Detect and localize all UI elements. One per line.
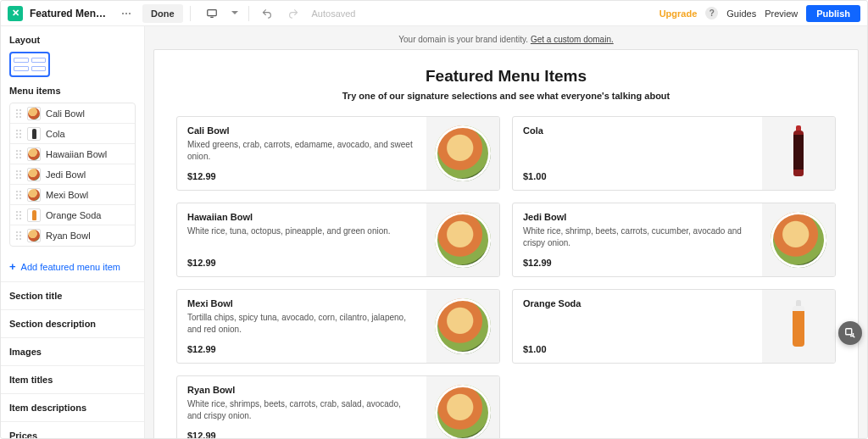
sidebar-menu-item[interactable]: Cola — [10, 124, 135, 144]
card-price: $1.00 — [523, 171, 752, 181]
item-thumbnail — [27, 188, 41, 202]
layout-option-grid[interactable] — [9, 52, 50, 77]
card-image — [426, 376, 499, 438]
settings-list: Section titleSection descriptionImagesIt… — [1, 281, 144, 438]
card-title: Cola — [523, 125, 752, 136]
drag-handle-icon[interactable] — [15, 109, 22, 118]
orange-soda-bottle-icon — [793, 306, 804, 347]
menu-card[interactable]: Hawaiian BowlWhite rice, tuna, octopus, … — [176, 203, 500, 277]
sidebar-menu-item[interactable]: Orange Soda — [10, 205, 135, 225]
menu-items-list: Cali BowlColaHawaiian BowlJedi BowlMexi … — [9, 103, 136, 247]
item-label: Mexi Bowl — [46, 190, 88, 200]
sidebar-menu-item[interactable]: Cali Bowl — [10, 103, 135, 124]
bowl-image — [435, 212, 491, 268]
bowl-image — [771, 212, 826, 268]
item-label: Cola — [46, 129, 65, 139]
device-dropdown-icon[interactable] — [230, 4, 240, 23]
undo-icon[interactable] — [258, 4, 276, 23]
topbar: ✕ Featured Menu... ⋯ Done Autosaved Upgr… — [1, 1, 867, 26]
drag-handle-icon[interactable] — [15, 170, 22, 179]
cola-bottle-icon — [793, 131, 804, 176]
item-thumbnail — [27, 168, 41, 181]
menu-card[interactable]: Mexi BowlTortilla chips, spicy tuna, avo… — [176, 289, 500, 364]
floating-resize-button[interactable] — [838, 321, 862, 345]
sidebar-menu-item[interactable]: Mexi Bowl — [10, 185, 135, 205]
card-image — [426, 203, 499, 276]
card-price: $12.99 — [523, 258, 752, 268]
card-title: Ryan Bowl — [187, 385, 416, 395]
menu-card[interactable]: Orange Soda$1.00 — [512, 289, 836, 364]
item-label: Hawaiian Bowl — [46, 149, 107, 159]
canvas-area[interactable]: Your domain is your brand identity. Get … — [145, 26, 867, 438]
card-description: White rice, shrimps, beets, carrots, cra… — [187, 398, 416, 431]
card-image — [426, 117, 499, 190]
app-logo[interactable]: ✕ — [8, 6, 23, 21]
item-label: Cali Bowl — [46, 108, 85, 119]
more-icon[interactable]: ⋯ — [117, 4, 136, 23]
page-canvas[interactable]: Featured Menu Items Try one of our signa… — [153, 49, 859, 438]
sidebar-menu-item[interactable]: Ryan Bowl — [10, 225, 135, 246]
card-price: $12.99 — [187, 344, 416, 354]
card-description — [523, 312, 752, 344]
menu-cards-grid: Cali BowlMixed greens, crab, carrots, ed… — [176, 116, 836, 438]
menu-card[interactable]: Ryan BowlWhite rice, shrimps, beets, car… — [176, 375, 500, 438]
done-button[interactable]: Done — [142, 4, 183, 23]
menu-card[interactable]: Cali BowlMixed greens, crab, carrots, ed… — [176, 116, 500, 191]
settings-item[interactable]: Item descriptions — [1, 393, 144, 421]
bowl-image — [435, 125, 491, 181]
settings-item[interactable]: Section description — [1, 309, 144, 337]
add-featured-menu-item[interactable]: + Add featured menu item — [1, 252, 144, 281]
card-description: Tortilla chips, spicy tuna, avocado, cor… — [187, 312, 416, 344]
item-thumbnail — [27, 127, 41, 141]
settings-item[interactable]: Images — [1, 337, 144, 365]
card-image — [762, 117, 835, 190]
card-title: Orange Soda — [523, 298, 752, 308]
divider — [248, 6, 249, 21]
card-image — [762, 203, 835, 276]
item-label: Jedi Bowl — [46, 169, 86, 180]
sidebar-menu-item[interactable]: Jedi Bowl — [10, 164, 135, 185]
publish-button[interactable]: Publish — [806, 5, 860, 22]
help-icon[interactable]: ? — [705, 7, 718, 19]
bowl-image — [435, 298, 491, 354]
card-title: Hawaiian Bowl — [187, 212, 416, 222]
card-title: Jedi Bowl — [523, 212, 752, 222]
sidebar: Layout Menu items Cali BowlColaHawaiian … — [1, 26, 145, 438]
section-description[interactable]: Try one of our signature selections and … — [176, 91, 836, 101]
card-price: $12.99 — [187, 258, 416, 268]
domain-banner-text: Your domain is your brand identity. — [398, 35, 531, 44]
card-image — [426, 290, 499, 363]
redo-icon[interactable] — [285, 4, 303, 23]
settings-item[interactable]: Prices — [1, 421, 144, 438]
divider — [190, 6, 191, 21]
preview-button[interactable]: Preview — [765, 8, 798, 19]
upgrade-link[interactable]: Upgrade — [659, 8, 698, 19]
settings-item[interactable]: Item titles — [1, 365, 144, 393]
card-description — [523, 139, 752, 171]
drag-handle-icon[interactable] — [15, 191, 22, 199]
item-thumbnail — [27, 208, 41, 222]
item-thumbnail — [27, 147, 41, 161]
sidebar-menu-item[interactable]: Hawaiian Bowl — [10, 144, 135, 164]
drag-handle-icon[interactable] — [15, 150, 22, 158]
settings-item[interactable]: Section title — [1, 281, 144, 309]
menu-items-heading: Menu items — [9, 86, 136, 96]
menu-card[interactable]: Jedi BowlWhite rice, shrimp, beets, carr… — [512, 203, 836, 277]
item-thumbnail — [27, 229, 41, 242]
guides-link[interactable]: Guides — [726, 8, 756, 19]
item-label: Orange Soda — [46, 210, 101, 220]
card-description: Mixed greens, crab, carrots, edamame, av… — [187, 139, 416, 171]
domain-banner-link[interactable]: Get a custom domain. — [531, 35, 614, 44]
card-title: Mexi Bowl — [187, 298, 416, 308]
device-viewport-icon[interactable] — [203, 4, 221, 23]
card-price: $12.99 — [187, 431, 416, 438]
drag-handle-icon[interactable] — [15, 130, 22, 138]
card-price: $1.00 — [523, 344, 752, 354]
drag-handle-icon[interactable] — [15, 211, 22, 220]
drag-handle-icon[interactable] — [15, 231, 22, 240]
autosaved-label: Autosaved — [312, 8, 356, 19]
menu-card[interactable]: Cola$1.00 — [512, 116, 836, 191]
topbar-right: Upgrade ? Guides Preview Publish — [659, 5, 860, 22]
section-title[interactable]: Featured Menu Items — [176, 67, 836, 86]
add-item-label: Add featured menu item — [21, 262, 120, 272]
